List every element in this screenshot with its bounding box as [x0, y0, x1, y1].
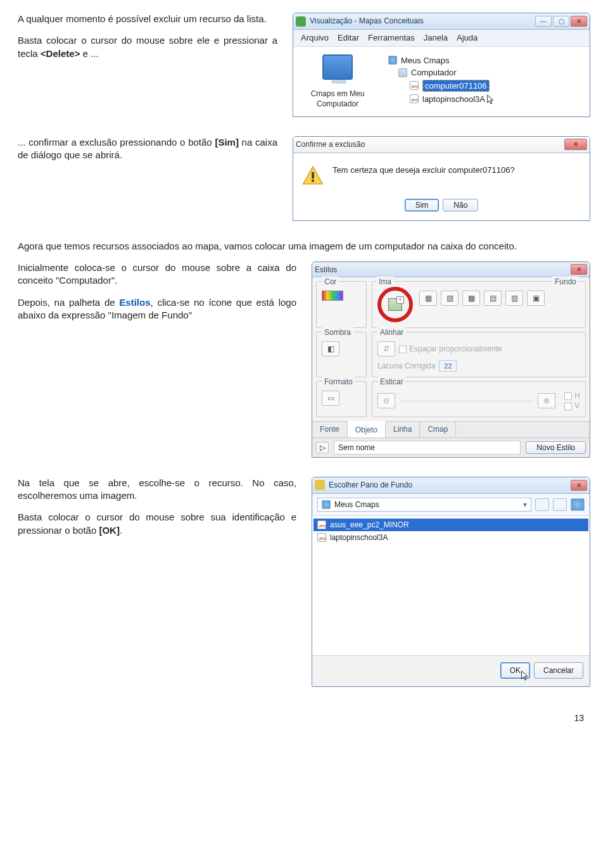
menu-ferramentas[interactable]: Ferramentas: [368, 32, 415, 44]
espacar-checkbox[interactable]: [399, 346, 407, 353]
sim-button[interactable]: Sim: [405, 199, 440, 211]
tree-label: Meus Cmaps: [401, 55, 450, 66]
set-background-image-icon[interactable]: [388, 298, 402, 311]
mouse-cursor-icon: [486, 93, 495, 105]
group-esticar-label: Esticar: [377, 377, 406, 387]
dialog-title: Escolher Pano de Fundo: [329, 480, 567, 490]
menu-arquivo[interactable]: Arquivo: [301, 32, 329, 44]
button-ref-ok: [OK]: [99, 525, 120, 536]
dialog-message: Tem certeza que deseja excluir computer0…: [332, 165, 515, 176]
close-button[interactable]: ✕: [571, 16, 587, 27]
estilos-palette: Estilos ✕ Cor Ima Fundo: [312, 261, 590, 458]
minimize-button[interactable]: —: [535, 16, 552, 27]
shape-icon[interactable]: ▭: [322, 391, 339, 406]
novo-estilo-button[interactable]: Novo Estilo: [526, 441, 586, 454]
text: ... confirmar a exclusão pressionando o …: [18, 137, 215, 148]
dialog-title: Confirme a exclusão: [296, 139, 560, 149]
monitor-icon: [322, 54, 353, 80]
paragraph: Depois, na palheta de Estilos, clica-se …: [18, 296, 296, 322]
bg-option-icon[interactable]: ▥: [505, 291, 523, 306]
chooser-app-icon: [315, 480, 325, 490]
close-button[interactable]: ✕: [571, 264, 587, 275]
jpg-icon: [317, 533, 326, 542]
group-alinhar-label: Alinhar: [377, 327, 406, 337]
lacuna-value[interactable]: 22: [439, 360, 457, 372]
tree-node-laptop[interactable]: laptopinschool3A: [408, 92, 497, 106]
jpg-icon: [410, 81, 419, 90]
warning-icon: [302, 165, 324, 186]
resource-tree: Meus Cmaps Computador computer071106 lap…: [387, 54, 497, 109]
jpg-icon: [410, 94, 419, 103]
close-button[interactable]: ✕: [571, 480, 587, 491]
text: Basta colocar o cursor do mouse sobre su…: [18, 512, 296, 535]
stretch-plus-icon[interactable]: ⊕: [538, 393, 555, 408]
cancelar-button[interactable]: Cancelar: [534, 662, 583, 679]
tab-linha[interactable]: Linha: [386, 422, 420, 437]
chevron-down-icon: ▾: [523, 500, 527, 510]
espacar-label: Espaçar proporcionalmente: [409, 344, 502, 353]
cmap-app-icon: [296, 16, 306, 27]
align-icon[interactable]: ⇵: [377, 341, 395, 356]
paragraph: Basta colocar o cursor do mouse sobre su…: [18, 511, 296, 537]
file-list: asus_eee_pc2_MINOR laptopinschool3A: [312, 516, 590, 655]
style-name-field[interactable]: Sem nome: [334, 441, 521, 455]
stretch-minus-icon[interactable]: ⊖: [377, 393, 395, 408]
home-icon[interactable]: [553, 498, 567, 511]
bg-option-icon[interactable]: ▦: [419, 291, 437, 306]
group-sombra-label: Sombra: [322, 327, 353, 337]
tree-node-computador[interactable]: Computador: [397, 66, 497, 79]
tab-objeto[interactable]: Objeto: [348, 421, 386, 437]
titlebar: Estilos ✕: [312, 262, 590, 277]
cmaps-local-icon[interactable]: Cmaps em Meu Computador: [300, 54, 376, 109]
menu-janela[interactable]: Janela: [424, 32, 448, 44]
paragraph: A qualquer momento é possível excluir um…: [18, 13, 277, 25]
close-button[interactable]: ✕: [564, 139, 587, 150]
tab-bar: Fonte Objeto Linha Cmap: [312, 421, 590, 437]
menu-editar[interactable]: Editar: [338, 32, 359, 44]
text: .: [120, 525, 122, 536]
combo-text: Meus Cmaps: [334, 500, 379, 510]
group-cor-label: Cor: [322, 277, 339, 287]
palette-title: Estilos: [315, 265, 567, 275]
h-label: H: [574, 391, 580, 400]
maximize-button[interactable]: ▢: [553, 16, 569, 27]
bg-option-icon[interactable]: ▩: [462, 291, 480, 306]
paragraph: Na tela que se abre, escolhe-se o recurs…: [18, 477, 296, 503]
up-folder-icon[interactable]: [535, 498, 549, 511]
menu-ajuda[interactable]: Ajuda: [457, 32, 478, 44]
menu-bar: Arquivo Editar Ferramentas Janela Ajuda: [293, 30, 590, 47]
titlebar: Escolher Pano de Fundo ✕: [312, 477, 590, 494]
lacuna-label: Lacuna Corrigida: [377, 361, 435, 371]
tree-label: laptopinschool3A: [422, 94, 485, 105]
globe-icon[interactable]: [571, 498, 585, 511]
tree-root[interactable]: Meus Cmaps: [387, 54, 497, 67]
key-delete: <Delete>: [41, 48, 80, 59]
group-formato-label: Formato: [322, 377, 355, 387]
v-checkbox[interactable]: [564, 403, 572, 410]
bg-option-icon[interactable]: ▣: [527, 291, 545, 306]
h-checkbox[interactable]: [564, 393, 572, 400]
tab-fonte[interactable]: Fonte: [312, 422, 348, 437]
file-chooser-dialog: Escolher Pano de Fundo ✕ Meus Cmaps ▾ as…: [312, 477, 590, 687]
tab-cmap[interactable]: Cmap: [420, 422, 456, 437]
color-picker-icon[interactable]: [322, 291, 343, 301]
titlebar: Confirme a exclusão ✕: [293, 137, 590, 153]
location-combo[interactable]: Meus Cmaps ▾: [317, 498, 531, 512]
bg-option-icon[interactable]: ▤: [484, 291, 502, 306]
tree-node-selected[interactable]: computer071106: [408, 79, 497, 93]
file-name: asus_eee_pc2_MINOR: [330, 520, 409, 530]
node-icon: [398, 68, 407, 77]
file-row-selected[interactable]: asus_eee_pc2_MINOR: [314, 519, 588, 531]
shadow-icon[interactable]: ◧: [322, 341, 339, 356]
cmaps-root-icon: [322, 500, 331, 509]
file-name: laptopinschool3A: [330, 532, 388, 543]
file-row[interactable]: laptopinschool3A: [314, 531, 588, 544]
bg-option-icon[interactable]: ▧: [441, 291, 459, 306]
nao-button[interactable]: Não: [443, 199, 478, 211]
cmaps-root-icon: [388, 56, 397, 65]
tree-label: Computador: [411, 67, 457, 79]
paragraph: Basta colocar o cursor do mouse sobre el…: [18, 34, 277, 60]
mouse-cursor-icon: [520, 670, 530, 684]
play-icon[interactable]: ▷: [316, 442, 329, 453]
text: e ...: [80, 48, 98, 59]
